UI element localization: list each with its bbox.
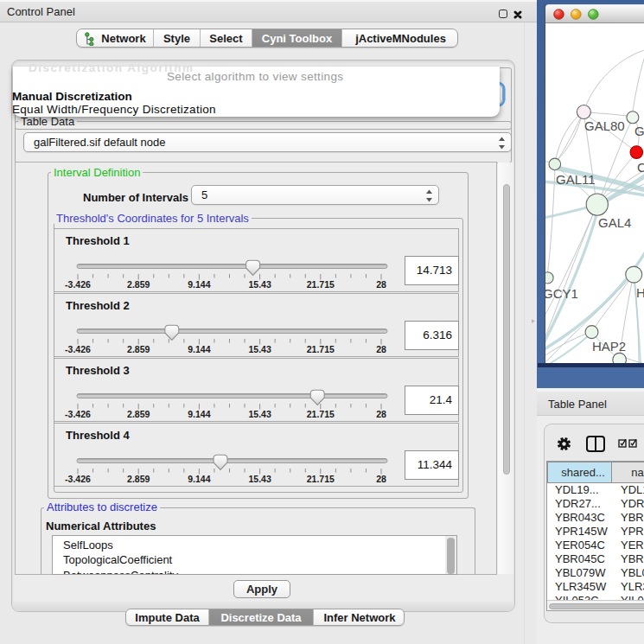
svg-text:GA: GA [634,124,644,138]
svg-text:15.43: 15.43 [248,474,271,484]
svg-text:-3.426: -3.426 [65,409,91,419]
svg-text:2.859: 2.859 [127,344,150,354]
svg-text:15.43: 15.43 [248,279,271,290]
svg-text:28: 28 [376,344,386,354]
svg-text:28: 28 [376,409,386,419]
svg-text:-3.426: -3.426 [65,474,91,484]
svg-text:21.715: 21.715 [307,344,335,354]
svg-text:9.144: 9.144 [188,344,210,354]
svg-text:15.43: 15.43 [248,409,271,419]
svg-text:28: 28 [376,474,386,484]
svg-text:21.715: 21.715 [307,279,335,290]
svg-text:GAL4: GAL4 [598,215,631,230]
svg-text:21.715: 21.715 [307,409,335,419]
svg-text:9.144: 9.144 [188,474,210,484]
svg-text:2.859: 2.859 [127,474,150,484]
svg-text:H: H [636,285,644,300]
svg-text:9.144: 9.144 [188,409,210,419]
svg-text:C: C [637,160,644,175]
svg-text:-3.426: -3.426 [65,279,91,290]
svg-text:2.859: 2.859 [127,279,150,290]
svg-text:HAP2: HAP2 [592,339,626,354]
svg-text:-3.426: -3.426 [65,344,91,354]
svg-text:21.715: 21.715 [307,474,335,484]
svg-text:28: 28 [376,279,386,290]
svg-text:9.144: 9.144 [188,279,210,290]
svg-text:15.43: 15.43 [248,344,271,354]
svg-text:GAL80: GAL80 [584,118,625,133]
svg-text:2.859: 2.859 [127,409,150,419]
svg-text:GCY1: GCY1 [545,286,578,301]
svg-text:GAL11: GAL11 [556,172,596,187]
